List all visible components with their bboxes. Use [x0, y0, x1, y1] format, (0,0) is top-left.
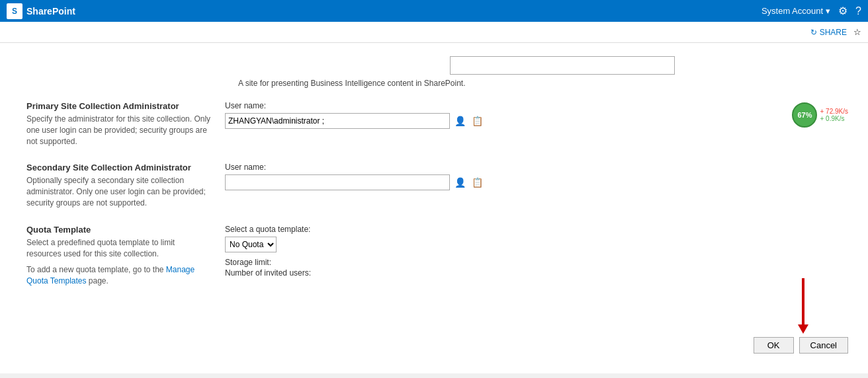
book-icon-2: 📋	[472, 177, 483, 188]
top-bar-right: System Account ▾ ⚙ ?	[761, 5, 861, 17]
primary-username-label: User name:	[225, 101, 842, 110]
primary-admin-label-block: Primary Site Collection Administrator Sp…	[26, 101, 225, 147]
net-download-stat: + 0.9K/s	[820, 115, 848, 122]
sharepoint-logo: S	[7, 3, 22, 19]
bi-description-box	[450, 56, 675, 75]
primary-username-input[interactable]	[225, 113, 450, 129]
primary-browse-button[interactable]: 👤	[453, 114, 467, 128]
bottom-buttons-panel: OK Cancel	[754, 337, 848, 354]
help-icon[interactable]: ?	[855, 5, 861, 17]
quota-select-label: Select a quota template:	[225, 225, 842, 234]
quota-select-row: No Quota	[225, 237, 842, 252]
system-account-menu[interactable]: System Account ▾	[761, 6, 830, 16]
person-icon: 👤	[455, 116, 466, 126]
main-content: 67% + 72.9K/s + 0.9K/s A site for presen…	[0, 43, 868, 373]
quota-content: Select a quota template: No Quota Storag…	[225, 225, 842, 279]
top-navigation-bar: S SharePoint System Account ▾ ⚙ ?	[0, 0, 868, 22]
secondary-admin-title: Secondary Site Collection Administrator	[26, 163, 212, 172]
primary-address-book-button[interactable]: 📋	[470, 114, 484, 128]
share-label: SHARE	[820, 28, 847, 37]
red-arrow-indicator	[798, 278, 808, 334]
system-account-label: System Account	[761, 6, 823, 16]
net-stats-panel: + 72.9K/s + 0.9K/s	[820, 108, 848, 122]
quota-label-block: Quota Template Select a predefined quota…	[26, 225, 225, 287]
settings-icon[interactable]: ⚙	[838, 5, 847, 17]
bi-description-text: A site for presenting Business Intellige…	[238, 79, 842, 88]
quota-desc-text: To add a new quota template, go to the	[26, 265, 163, 274]
share-button[interactable]: ↻ SHARE	[810, 28, 847, 37]
primary-username-row: 👤 📋	[225, 113, 842, 129]
net-percent: 67%	[797, 111, 812, 119]
primary-admin-title: Primary Site Collection Administrator	[26, 101, 212, 111]
follow-icon[interactable]: ☆	[853, 27, 861, 37]
person-icon-2: 👤	[455, 177, 466, 188]
quota-desc-1: Select a predefined quota template to li…	[26, 237, 212, 260]
invited-users-label: Number of invited users:	[225, 268, 842, 278]
primary-admin-content: User name: 👤 📋	[225, 101, 842, 134]
secondary-browse-button[interactable]: 👤	[453, 175, 467, 190]
quota-section: Quota Template Select a predefined quota…	[26, 225, 842, 287]
net-usage-circle: 67%	[792, 102, 817, 128]
ok-button[interactable]: OK	[754, 337, 794, 354]
secondary-username-row: 👤 📋	[225, 174, 842, 190]
app-title: SharePoint	[26, 6, 75, 17]
secondary-admin-label-block: Secondary Site Collection Administrator …	[26, 163, 225, 208]
secondary-admin-content: User name: 👤 📋	[225, 163, 842, 196]
quota-template-select[interactable]: No Quota	[225, 237, 277, 252]
quota-desc-page: page.	[89, 276, 108, 285]
net-upload-stat: + 72.9K/s	[820, 108, 848, 115]
primary-admin-desc: Specify the administrator for this site …	[26, 114, 212, 147]
account-dropdown-icon: ▾	[826, 6, 830, 16]
quota-desc-2: To add a new quota template, go to the M…	[26, 264, 212, 287]
secondary-toolbar: ↻ SHARE ☆	[0, 22, 868, 43]
secondary-admin-desc: Optionally specify a secondary site coll…	[26, 175, 212, 208]
top-bar-left: S SharePoint	[7, 3, 75, 19]
cancel-button[interactable]: Cancel	[799, 337, 848, 354]
arrow-shaft	[802, 278, 804, 324]
primary-admin-section: Primary Site Collection Administrator Sp…	[26, 101, 842, 147]
logo-letter: S	[12, 7, 17, 16]
storage-limit-label: Storage limit:	[225, 258, 842, 267]
secondary-admin-section: Secondary Site Collection Administrator …	[26, 163, 842, 208]
secondary-address-book-button[interactable]: 📋	[470, 175, 484, 190]
quota-title: Quota Template	[26, 225, 212, 235]
network-monitor-widget: 67% + 72.9K/s + 0.9K/s	[792, 102, 848, 128]
book-icon: 📋	[472, 116, 483, 126]
secondary-username-label: User name:	[225, 163, 842, 172]
arrow-head	[798, 324, 808, 334]
share-icon: ↻	[810, 28, 817, 37]
secondary-username-input[interactable]	[225, 174, 450, 190]
